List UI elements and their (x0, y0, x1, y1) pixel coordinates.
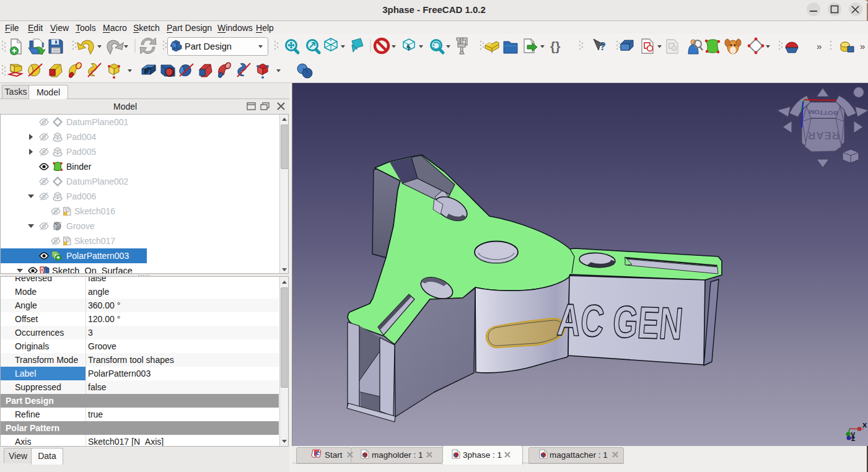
svg-text:?: ? (599, 40, 606, 53)
svg-text:{}: {} (550, 39, 560, 53)
svg-text:3phase : 1: 3phase : 1 (463, 450, 502, 460)
svg-text:Part Design: Part Design (185, 42, 232, 51)
svg-text:magattacher : 1: magattacher : 1 (550, 450, 608, 460)
svg-text:x: x (862, 420, 867, 429)
svg-text:REAR: REAR (807, 129, 840, 141)
svg-text:»: » (817, 41, 822, 51)
svg-text:z: z (851, 434, 856, 443)
svg-text:Start: Start (325, 450, 343, 460)
svg-text:magholder : 1: magholder : 1 (372, 450, 423, 460)
svg-text:AC GEN: AC GEN (555, 294, 685, 349)
svg-text:»: » (860, 41, 865, 51)
